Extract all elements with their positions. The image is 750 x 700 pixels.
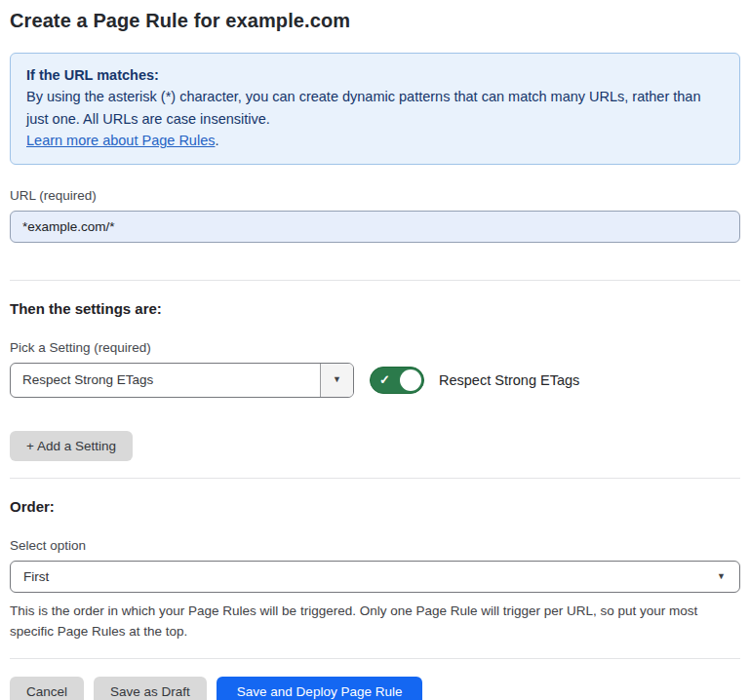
setting-select-value: Respect Strong ETags: [11, 364, 320, 397]
setting-select-arrow-button[interactable]: ▼: [320, 364, 353, 397]
check-icon: ✓: [379, 372, 390, 387]
url-match-info-box: If the URL matches: By using the asteris…: [10, 53, 740, 165]
url-input[interactable]: [10, 211, 740, 243]
page-title: Create a Page Rule for example.com: [10, 10, 740, 32]
setting-row: Respect Strong ETags ▼ ✓ Respect Strong …: [10, 363, 740, 398]
chevron-down-icon: ▼: [333, 375, 341, 384]
order-select-value: First: [23, 569, 49, 584]
section-divider: [10, 478, 740, 479]
section-divider: [10, 280, 740, 281]
setting-select[interactable]: Respect Strong ETags ▼: [10, 363, 354, 398]
order-heading: Order:: [10, 498, 740, 515]
settings-heading: Then the settings are:: [10, 300, 740, 317]
select-option-label: Select option: [10, 538, 740, 553]
order-select[interactable]: First ▼: [10, 561, 740, 593]
create-page-rule-panel: Create a Page Rule for example.com If th…: [0, 0, 750, 700]
info-box-heading: If the URL matches:: [26, 64, 724, 86]
pick-setting-label: Pick a Setting (required): [10, 340, 740, 355]
save-draft-button[interactable]: Save as Draft: [94, 677, 207, 700]
toggle-label: Respect Strong ETags: [439, 372, 579, 388]
footer-actions: Cancel Save as Draft Save and Deploy Pag…: [10, 677, 740, 700]
order-help-text: This is the order in which your Page Rul…: [10, 601, 736, 642]
info-box-body: By using the asterisk (*) character, you…: [26, 86, 724, 130]
chevron-down-icon: ▼: [717, 572, 726, 581]
add-setting-button[interactable]: + Add a Setting: [10, 431, 133, 461]
etag-toggle[interactable]: ✓: [370, 367, 424, 394]
save-deploy-button[interactable]: Save and Deploy Page Rule: [217, 677, 423, 700]
cancel-button[interactable]: Cancel: [10, 677, 84, 700]
link-period: .: [215, 133, 218, 148]
toggle-knob: [400, 369, 421, 391]
info-box-link-line: Learn more about Page Rules.: [26, 130, 724, 151]
learn-more-link[interactable]: Learn more about Page Rules: [26, 133, 215, 148]
url-label: URL (required): [10, 188, 740, 203]
footer-divider: [10, 658, 740, 659]
